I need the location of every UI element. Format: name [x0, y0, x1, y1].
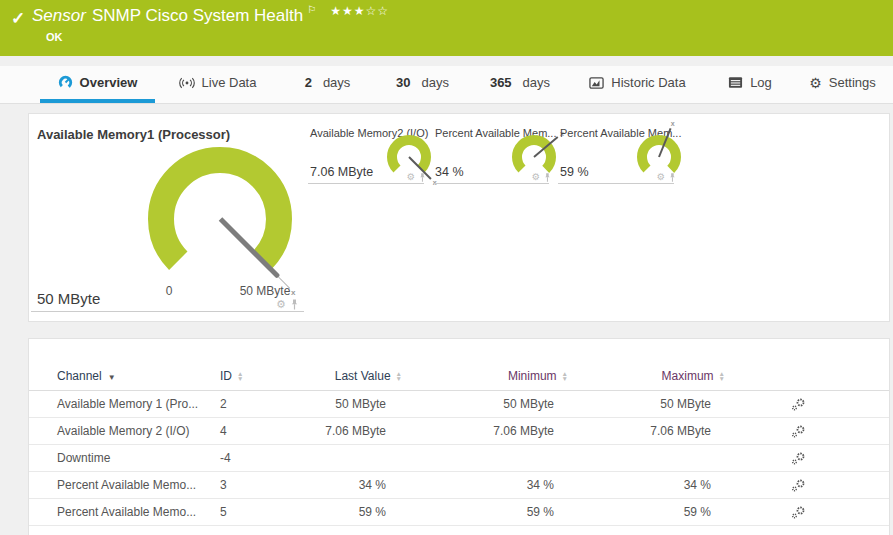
gauge-icon — [58, 75, 73, 90]
cell-maximum: 7.06 MByte — [570, 424, 725, 438]
tab-bar: Overview Live Data 2 days 30 days 365 da… — [0, 66, 893, 104]
tab-label: Historic Data — [611, 75, 685, 90]
cell-channel: Available Memory 1 (Pro... — [57, 397, 220, 411]
sort-icon: ▲▼ — [562, 371, 568, 381]
cell-minimum: 59 % — [420, 505, 570, 519]
gauge-current-value: 59 % — [560, 165, 589, 179]
channel-settings-button[interactable] — [725, 506, 889, 519]
cell-minimum: 7.06 MByte — [420, 424, 570, 438]
cell-minimum: 50 MByte — [420, 397, 570, 411]
tab-live-data[interactable]: Live Data — [155, 66, 280, 103]
sort-icon: ▲▼ — [719, 371, 725, 381]
sort-icon: ▲▼ — [237, 371, 243, 381]
cell-minimum: 34 % — [420, 478, 570, 492]
tab-label: days — [422, 75, 449, 90]
channel-table: Channel▼ ID▲▼ Last Value▲▼ Minimum▲▼ Max… — [29, 339, 889, 526]
pin-icon[interactable] — [419, 173, 427, 182]
priority-stars[interactable]: ★★★☆☆ — [330, 4, 389, 18]
gauge-corner-actions: ⚙ — [407, 173, 426, 182]
table-row: Downtime -4 — [29, 445, 889, 472]
gauge-current-value: 7.06 MByte — [310, 165, 373, 179]
sort-icon: ▲▼ — [396, 371, 402, 381]
channel-settings-button[interactable] — [725, 479, 889, 492]
tab-number: 365 — [490, 75, 512, 90]
status-badge: OK — [46, 31, 63, 43]
main-gauge-available-memory1: Available Memory1 (Processor) x 0 50 MBy… — [29, 114, 306, 323]
sensor-status-header: ✓ SensorSNMP Cisco System Health⚐★★★☆☆ O… — [0, 0, 893, 56]
small-gauge-percent-available-memory-5: Percent Available Mem... x 59 % ⚙ — [558, 114, 674, 194]
cell-channel: Percent Available Memo... — [57, 478, 220, 492]
gauge-corner-actions: ⚙ — [532, 173, 551, 182]
gauge-corner-actions: ⚙ — [657, 173, 676, 182]
tab-historic-data[interactable]: Historic Data — [570, 66, 705, 103]
tab-label: Settings — [829, 75, 876, 90]
prtg-sensor-page: ✓ SensorSNMP Cisco System Health⚐★★★☆☆ O… — [0, 0, 893, 535]
cell-last-value: 50 MByte — [310, 397, 420, 411]
cell-id: 3 — [220, 478, 310, 492]
channels-panel: Channel▼ ID▲▼ Last Value▲▼ Minimum▲▼ Max… — [28, 338, 890, 535]
table-row: Percent Available Memo... 3 34 % 34 % 34… — [29, 472, 889, 499]
needle-tip-marker: x — [671, 120, 675, 127]
gauge-underline — [31, 311, 304, 312]
column-header-channel[interactable]: Channel▼ — [57, 369, 220, 383]
gauge-corner-actions: ⚙ — [276, 299, 299, 310]
tab-label: Log — [750, 75, 772, 90]
gauge-current-value: 50 MByte — [37, 290, 100, 307]
tab-log[interactable]: Log — [705, 66, 795, 103]
cell-channel: Percent Available Memo... — [57, 505, 220, 519]
pin-icon[interactable] — [669, 173, 677, 182]
tab-30-days[interactable]: 30 days — [375, 66, 470, 103]
cell-id: 4 — [220, 424, 310, 438]
tab-overview[interactable]: Overview — [40, 66, 155, 103]
gauge-underline — [433, 183, 549, 184]
cell-channel: Downtime — [57, 451, 220, 465]
table-row: Available Memory 2 (I/O) 4 7.06 MByte 7.… — [29, 418, 889, 445]
gears-icon — [791, 398, 806, 411]
sensor-title-row: SensorSNMP Cisco System Health⚐★★★☆☆ — [32, 6, 389, 26]
column-header-minimum[interactable]: Minimum▲▼ — [420, 369, 570, 383]
column-header-id[interactable]: ID▲▼ — [220, 369, 310, 383]
table-header-row: Channel▼ ID▲▼ Last Value▲▼ Minimum▲▼ Max… — [29, 361, 889, 391]
channel-settings-button[interactable] — [725, 452, 889, 465]
tab-2-days[interactable]: 2 days — [280, 66, 375, 103]
flag-icon[interactable]: ⚐ — [307, 4, 316, 15]
tab-settings[interactable]: ⚙ Settings — [795, 66, 890, 103]
sort-desc-icon: ▼ — [108, 373, 116, 382]
tab-number: 30 — [396, 75, 410, 90]
column-header-maximum[interactable]: Maximum▲▼ — [570, 369, 725, 383]
tab-label: Live Data — [202, 75, 257, 90]
cell-last-value: 59 % — [310, 505, 420, 519]
tab-label: days — [323, 75, 350, 90]
gear-icon[interactable]: ⚙ — [657, 173, 665, 182]
small-gauge-percent-available-memory-3: Percent Available Mem... x 34 % ⚙ — [433, 114, 549, 194]
gear-icon[interactable]: ⚙ — [532, 173, 540, 182]
gauge-underline — [558, 183, 674, 184]
table-row: Percent Available Memo... 5 59 % 59 % 59… — [29, 499, 889, 526]
gauge-current-value: 34 % — [435, 165, 464, 179]
log-list-icon — [728, 76, 743, 89]
content-area: Available Memory1 (Processor) x 0 50 MBy… — [0, 104, 893, 535]
pin-icon[interactable] — [544, 173, 552, 182]
column-header-last-value[interactable]: Last Value▲▼ — [310, 369, 420, 383]
table-row: Available Memory 1 (Pro... 2 50 MByte 50… — [29, 391, 889, 418]
gears-icon — [791, 425, 806, 438]
sensor-kind-label: Sensor — [32, 6, 86, 25]
gears-icon — [791, 479, 806, 492]
gear-icon[interactable]: ⚙ — [276, 299, 286, 310]
gauge-scale-min: 0 — [153, 284, 185, 298]
cell-channel: Available Memory 2 (I/O) — [57, 424, 220, 438]
gears-icon — [791, 452, 806, 465]
gear-icon: ⚙ — [809, 76, 822, 90]
tab-number: 2 — [305, 75, 312, 90]
gauges-panel: Available Memory1 (Processor) x 0 50 MBy… — [28, 113, 890, 322]
pin-icon[interactable] — [290, 299, 299, 310]
tab-365-days[interactable]: 365 days — [470, 66, 570, 103]
tab-label: days — [523, 75, 550, 90]
gear-icon[interactable]: ⚙ — [407, 173, 415, 182]
channel-settings-button[interactable] — [725, 425, 889, 438]
gears-icon — [791, 506, 806, 519]
cell-last-value: 7.06 MByte — [310, 424, 420, 438]
page-title: SNMP Cisco System Health — [92, 6, 303, 25]
gauge-scale-max: 50 MByte — [225, 284, 305, 298]
channel-settings-button[interactable] — [725, 398, 889, 411]
